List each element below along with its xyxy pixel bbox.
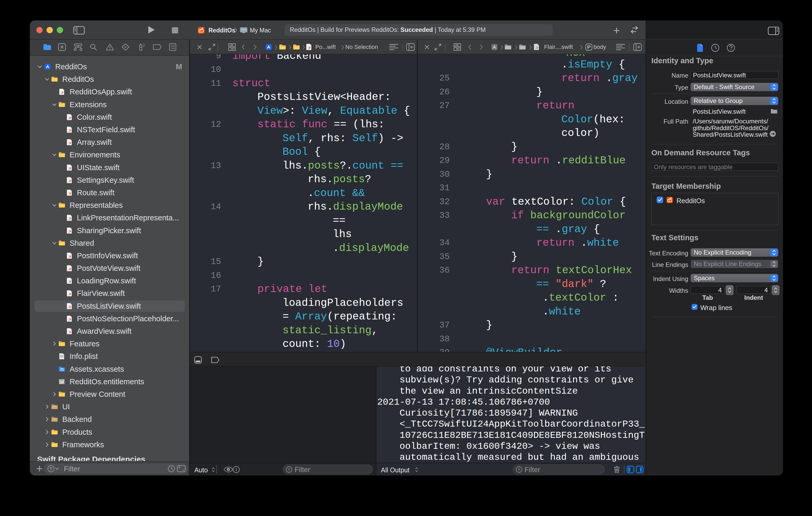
svg-text:P: P — [587, 44, 591, 50]
